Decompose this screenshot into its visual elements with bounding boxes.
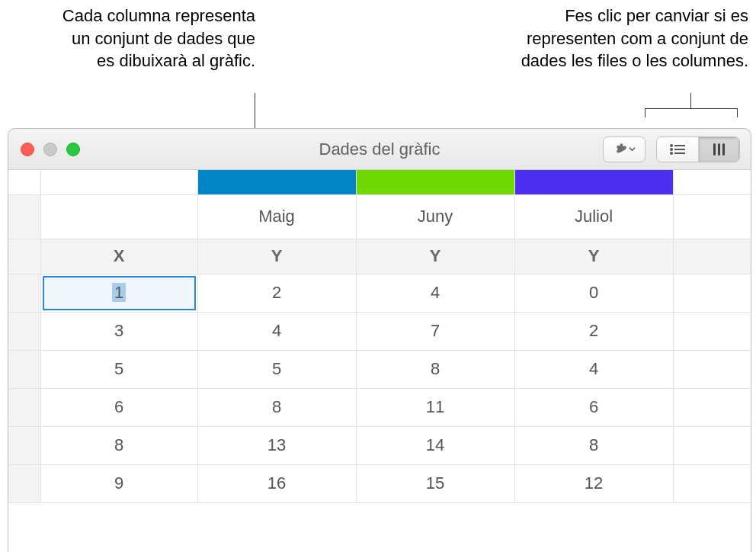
axis-header-row: X Y Y Y [8, 239, 751, 274]
series-orientation-toggle [656, 136, 740, 162]
data-table: Maig Juny Juliol X Y Y Y 1 2 4 0 [8, 170, 751, 503]
table-row: 6 8 11 6 [8, 388, 751, 426]
data-cell[interactable]: 6 [514, 388, 673, 426]
series-header[interactable]: Juny [356, 194, 514, 239]
data-cell[interactable]: 13 [197, 426, 356, 464]
data-cell[interactable]: 6 [40, 388, 197, 426]
data-cell[interactable]: 2 [197, 274, 356, 312]
data-sheet[interactable]: Maig Juny Juliol X Y Y Y 1 2 4 0 [8, 170, 751, 552]
svg-point-2 [670, 148, 673, 151]
data-cell[interactable]: 8 [40, 426, 197, 464]
data-cell[interactable]: 4 [514, 350, 673, 388]
chevron-down-icon [629, 146, 636, 152]
data-cell[interactable]: 9 [40, 464, 197, 502]
data-cell[interactable]: 0 [514, 274, 673, 312]
empty-cell [673, 239, 751, 274]
columns-icon [711, 143, 728, 156]
annotation-bracket [645, 108, 738, 117]
table-row: 5 5 8 4 [8, 350, 751, 388]
svg-rect-6 [713, 143, 716, 156]
empty-header[interactable] [40, 194, 197, 239]
data-cell[interactable]: 3 [40, 312, 197, 350]
window-controls [21, 143, 80, 156]
svg-point-4 [670, 152, 673, 155]
empty-cell[interactable] [673, 426, 751, 464]
close-button[interactable] [21, 143, 34, 156]
data-cell[interactable]: 8 [197, 388, 356, 426]
chart-data-editor-window: Dades del gràfic [8, 128, 751, 552]
empty-cell [673, 170, 751, 194]
row-stub [8, 464, 40, 502]
empty-cell[interactable] [673, 464, 751, 502]
gear-icon [613, 143, 627, 156]
row-stub [8, 274, 40, 312]
data-cell[interactable]: 8 [514, 426, 673, 464]
row-stub [8, 194, 40, 239]
axis-header[interactable]: Y [356, 239, 514, 274]
zoom-button[interactable] [66, 143, 80, 156]
svg-point-0 [670, 144, 673, 147]
svg-rect-1 [674, 145, 685, 146]
table-row: 1 2 4 0 [8, 274, 751, 312]
annotation-leader-line [690, 93, 691, 108]
data-cell[interactable]: 11 [356, 388, 514, 426]
data-cell[interactable]: 8 [356, 350, 514, 388]
row-stub [8, 239, 40, 274]
window-titlebar: Dades del gràfic [8, 129, 751, 170]
empty-cell[interactable] [673, 388, 751, 426]
data-cell[interactable]: 7 [356, 312, 514, 350]
annotation-rowcol-toggle: Fes clic per canviar si es representen c… [520, 5, 748, 72]
data-cell[interactable]: 2 [514, 312, 673, 350]
row-stub [8, 426, 40, 464]
empty-swatch [40, 170, 197, 194]
series-header[interactable]: Maig [197, 194, 356, 239]
table-row: 8 13 14 8 [8, 426, 751, 464]
plot-columns-button[interactable] [698, 137, 739, 162]
data-cell[interactable]: 5 [197, 350, 356, 388]
svg-rect-8 [722, 143, 725, 156]
svg-rect-7 [718, 143, 720, 156]
series-swatch[interactable] [356, 170, 514, 194]
empty-cell[interactable] [673, 350, 751, 388]
empty-cell[interactable] [673, 274, 751, 312]
series-label-row: Maig Juny Juliol [8, 194, 751, 239]
data-cell[interactable]: 14 [356, 426, 514, 464]
data-cell-selected[interactable]: 1 [40, 274, 197, 312]
data-cell[interactable]: 4 [356, 274, 514, 312]
data-cell[interactable]: 5 [40, 350, 197, 388]
svg-rect-3 [674, 149, 685, 150]
data-cell[interactable]: 15 [356, 464, 514, 502]
table-row: 9 16 15 12 [8, 464, 751, 502]
axis-header[interactable]: Y [514, 239, 673, 274]
annotation-column-series: Cada columna representa un conjunt de da… [53, 5, 255, 72]
minimize-button[interactable] [43, 143, 57, 156]
data-cell[interactable]: 16 [197, 464, 356, 502]
axis-header[interactable]: X [40, 239, 197, 274]
row-stub [8, 388, 40, 426]
svg-rect-5 [674, 152, 685, 154]
row-stub [8, 350, 40, 388]
empty-cell[interactable] [673, 312, 751, 350]
series-color-row [8, 170, 751, 194]
row-stub [8, 312, 40, 350]
data-cell[interactable]: 4 [197, 312, 356, 350]
series-swatch[interactable] [197, 170, 356, 194]
rows-icon [669, 143, 686, 156]
table-row: 3 4 7 2 [8, 312, 751, 350]
series-swatch[interactable] [514, 170, 673, 194]
empty-cell [673, 194, 751, 239]
plot-rows-button[interactable] [657, 137, 698, 162]
settings-menu-button[interactable] [603, 136, 645, 162]
series-header[interactable]: Juliol [514, 194, 673, 239]
corner-cell [8, 170, 40, 194]
axis-header[interactable]: Y [197, 239, 356, 274]
data-cell[interactable]: 12 [514, 464, 673, 502]
